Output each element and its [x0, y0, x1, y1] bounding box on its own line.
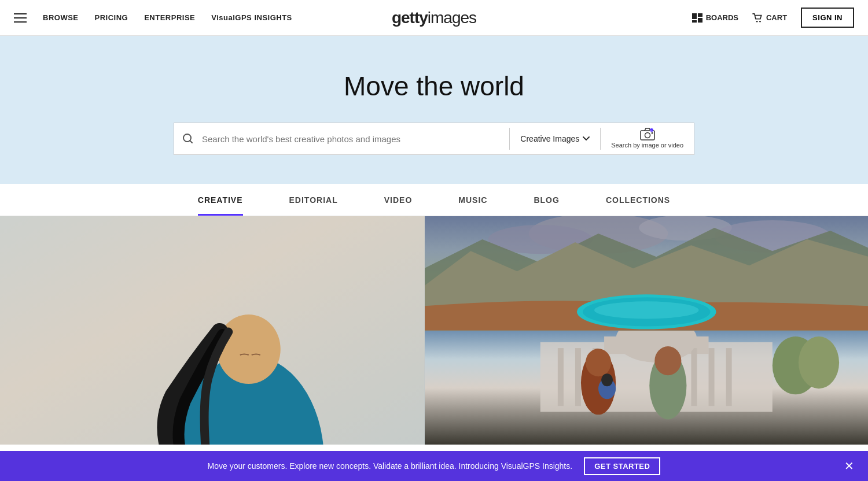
image-woman[interactable] [0, 216, 425, 445]
tab-collections[interactable]: COLLECTIONS [583, 184, 693, 216]
tab-blog[interactable]: BLOG [510, 184, 582, 216]
svg-rect-1 [698, 13, 703, 17]
tab-creative[interactable]: CREATIVE [175, 184, 266, 216]
search-input[interactable] [202, 123, 509, 154]
tab-editorial[interactable]: EDITORIAL [266, 184, 361, 216]
svg-point-15 [217, 314, 281, 384]
mountain-svg [425, 216, 869, 331]
svg-text:+: + [650, 129, 652, 132]
hero-title: Move the world [344, 71, 524, 102]
svg-rect-0 [692, 13, 697, 19]
couple-svg [425, 331, 869, 445]
svg-rect-2 [698, 18, 703, 23]
svg-point-41 [654, 346, 681, 375]
camera-icon: + [639, 128, 656, 140]
sign-in-button[interactable]: SIGN IN [801, 8, 854, 28]
boards-link[interactable]: BOARDS [692, 13, 738, 23]
svg-rect-30 [691, 348, 697, 406]
image-grid [0, 216, 868, 445]
search-by-image-label: Search by image or video [611, 142, 683, 149]
image-col-right [425, 216, 869, 445]
boards-label: BOARDS [706, 13, 738, 22]
search-icon [182, 133, 194, 145]
svg-point-39 [601, 373, 613, 386]
nav-left: BROWSE PRICING ENTERPRISE VisualGPS INSI… [14, 13, 292, 23]
svg-rect-7 [641, 131, 654, 140]
svg-rect-31 [708, 348, 714, 406]
hero-section: Move the world Creative Images + [0, 36, 868, 184]
nav-pricing[interactable]: PRICING [95, 13, 128, 22]
svg-rect-3 [692, 20, 697, 23]
nav-browse[interactable]: BROWSE [43, 13, 79, 22]
svg-point-37 [585, 349, 610, 376]
nav-enterprise[interactable]: ENTERPRISE [144, 13, 195, 22]
search-by-image-button[interactable]: + Search by image or video [601, 123, 694, 154]
svg-rect-28 [575, 348, 580, 406]
search-icon-wrap [174, 123, 202, 154]
woman-image-svg [0, 216, 425, 445]
tab-music[interactable]: MUSIC [435, 184, 510, 216]
logo-area[interactable]: gettyimages [392, 9, 476, 27]
tabs-bar: CREATIVE EDITORIAL VIDEO MUSIC BLOG COLL… [0, 184, 868, 216]
chevron-down-icon [583, 136, 590, 141]
navbar: BROWSE PRICING ENTERPRISE VisualGPS INSI… [0, 0, 868, 36]
svg-point-8 [645, 133, 650, 138]
image-mountain[interactable] [425, 216, 869, 331]
svg-point-35 [798, 336, 838, 388]
search-box: Creative Images + Search by image or vid… [174, 123, 694, 155]
logo-light: images [428, 9, 476, 27]
svg-rect-27 [557, 348, 563, 406]
svg-rect-32 [726, 348, 731, 406]
tab-video[interactable]: VIDEO [361, 184, 436, 216]
search-type-label: Creative Images [520, 134, 579, 143]
cart-label: CART [766, 13, 787, 22]
search-type-button[interactable]: Creative Images [510, 123, 600, 154]
logo: gettyimages [392, 9, 476, 27]
cart-icon [752, 13, 763, 23]
nav-visualgps[interactable]: VisualGPS INSIGHTS [211, 13, 292, 22]
svg-point-9 [651, 132, 653, 134]
nav-right: BOARDS CART SIGN IN [692, 8, 854, 28]
svg-point-4 [756, 20, 758, 22]
logo-bold: getty [392, 9, 428, 27]
svg-point-23 [594, 301, 698, 319]
cart-link[interactable]: CART [752, 13, 787, 23]
image-couple[interactable] [425, 331, 869, 445]
svg-point-5 [759, 20, 761, 22]
hamburger-button[interactable] [14, 13, 27, 23]
boards-icon [692, 13, 703, 23]
